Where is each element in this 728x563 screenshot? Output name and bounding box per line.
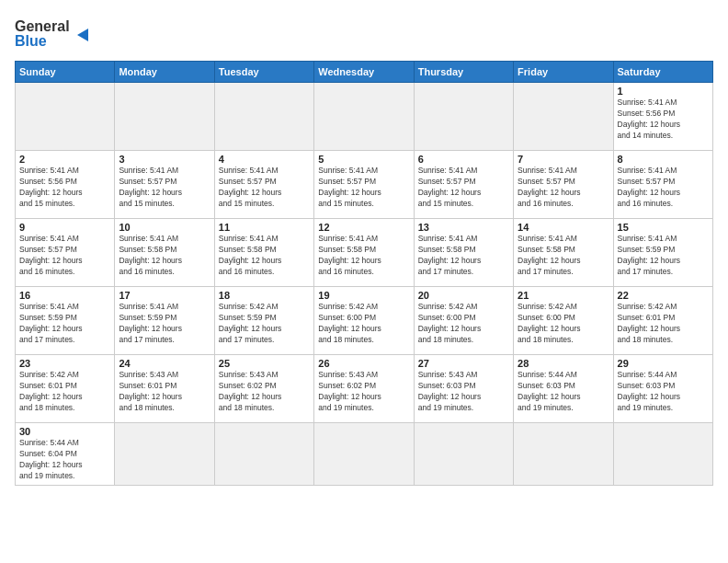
- day-number: 16: [19, 290, 110, 301]
- day-number: 3: [119, 154, 210, 165]
- day-number: 17: [119, 290, 210, 301]
- day-info: Sunrise: 5:41 AMSunset: 5:58 PMDaylight:…: [219, 234, 310, 278]
- calendar-cell: 28Sunrise: 5:44 AMSunset: 6:03 PMDayligh…: [514, 355, 613, 423]
- calendar-cell: 15Sunrise: 5:41 AMSunset: 5:59 PMDayligh…: [613, 219, 712, 287]
- day-info: Sunrise: 5:42 AMSunset: 6:01 PMDaylight:…: [19, 370, 110, 414]
- day-info: Sunrise: 5:41 AMSunset: 5:59 PMDaylight:…: [119, 302, 210, 346]
- header-sunday: Sunday: [16, 62, 115, 83]
- calendar-cell: 1Sunrise: 5:41 AMSunset: 5:56 PMDaylight…: [613, 83, 712, 151]
- calendar-cell: 5Sunrise: 5:41 AMSunset: 5:57 PMDaylight…: [314, 151, 414, 219]
- calendar-cell: 22Sunrise: 5:42 AMSunset: 6:01 PMDayligh…: [613, 287, 712, 355]
- day-number: 26: [318, 358, 409, 369]
- svg-text:Blue: Blue: [15, 33, 47, 49]
- day-number: 22: [618, 290, 709, 301]
- header-tuesday: Tuesday: [214, 62, 313, 83]
- day-info: Sunrise: 5:42 AMSunset: 6:00 PMDaylight:…: [518, 302, 609, 346]
- day-info: Sunrise: 5:41 AMSunset: 5:57 PMDaylight:…: [418, 166, 509, 210]
- day-number: 2: [19, 154, 110, 165]
- calendar-cell: [214, 83, 313, 151]
- page: General Blue Sunday Monday Tuesday Wedne…: [0, 0, 728, 563]
- calendar-cell: [314, 423, 414, 486]
- day-info: Sunrise: 5:41 AMSunset: 5:57 PMDaylight:…: [19, 234, 110, 278]
- day-number: 11: [219, 222, 310, 233]
- day-number: 14: [518, 222, 609, 233]
- calendar-row-1: 1Sunrise: 5:41 AMSunset: 5:56 PMDaylight…: [16, 83, 713, 151]
- calendar-cell: 17Sunrise: 5:41 AMSunset: 5:59 PMDayligh…: [115, 287, 214, 355]
- calendar-cell: 23Sunrise: 5:42 AMSunset: 6:01 PMDayligh…: [16, 355, 115, 423]
- day-number: 23: [19, 358, 110, 369]
- day-info: Sunrise: 5:41 AMSunset: 5:56 PMDaylight:…: [19, 166, 110, 210]
- day-info: Sunrise: 5:41 AMSunset: 5:57 PMDaylight:…: [618, 166, 709, 210]
- calendar-cell: 4Sunrise: 5:41 AMSunset: 5:57 PMDaylight…: [214, 151, 313, 219]
- calendar-cell: 16Sunrise: 5:41 AMSunset: 5:59 PMDayligh…: [16, 287, 115, 355]
- day-number: 6: [418, 154, 509, 165]
- calendar-cell: [414, 423, 513, 486]
- day-info: Sunrise: 5:41 AMSunset: 5:57 PMDaylight:…: [318, 166, 409, 210]
- day-info: Sunrise: 5:41 AMSunset: 5:57 PMDaylight:…: [518, 166, 609, 210]
- day-number: 8: [618, 154, 709, 165]
- day-number: 9: [19, 222, 110, 233]
- day-info: Sunrise: 5:42 AMSunset: 6:01 PMDaylight:…: [618, 302, 709, 346]
- day-info: Sunrise: 5:41 AMSunset: 5:58 PMDaylight:…: [418, 234, 509, 278]
- calendar-cell: 25Sunrise: 5:43 AMSunset: 6:02 PMDayligh…: [214, 355, 313, 423]
- day-number: 1: [618, 86, 709, 97]
- day-number: 18: [219, 290, 310, 301]
- calendar-cell: [115, 423, 214, 486]
- day-number: 27: [418, 358, 509, 369]
- day-number: 29: [618, 358, 709, 369]
- calendar-cell: [16, 83, 115, 151]
- day-number: 21: [518, 290, 609, 301]
- header: General Blue: [15, 15, 713, 53]
- calendar-cell: 30Sunrise: 5:44 AMSunset: 6:04 PMDayligh…: [16, 423, 115, 486]
- header-monday: Monday: [115, 62, 214, 83]
- calendar-cell: 29Sunrise: 5:44 AMSunset: 6:03 PMDayligh…: [613, 355, 712, 423]
- calendar-cell: 18Sunrise: 5:42 AMSunset: 5:59 PMDayligh…: [214, 287, 313, 355]
- day-info: Sunrise: 5:41 AMSunset: 5:57 PMDaylight:…: [219, 166, 310, 210]
- calendar-cell: 13Sunrise: 5:41 AMSunset: 5:58 PMDayligh…: [414, 219, 513, 287]
- calendar-cell: [115, 83, 214, 151]
- calendar-cell: 14Sunrise: 5:41 AMSunset: 5:58 PMDayligh…: [514, 219, 613, 287]
- calendar-cell: [414, 83, 513, 151]
- calendar-cell: 10Sunrise: 5:41 AMSunset: 5:58 PMDayligh…: [115, 219, 214, 287]
- day-number: 20: [418, 290, 509, 301]
- calendar-cell: 19Sunrise: 5:42 AMSunset: 6:00 PMDayligh…: [314, 287, 414, 355]
- calendar-cell: [314, 83, 414, 151]
- day-info: Sunrise: 5:42 AMSunset: 6:00 PMDaylight:…: [318, 302, 409, 346]
- day-number: 24: [119, 358, 210, 369]
- calendar-cell: 26Sunrise: 5:43 AMSunset: 6:02 PMDayligh…: [314, 355, 414, 423]
- day-number: 12: [318, 222, 409, 233]
- day-number: 30: [19, 426, 110, 437]
- day-info: Sunrise: 5:43 AMSunset: 6:03 PMDaylight:…: [418, 370, 509, 414]
- day-info: Sunrise: 5:43 AMSunset: 6:01 PMDaylight:…: [119, 370, 210, 414]
- weekday-header-row: Sunday Monday Tuesday Wednesday Thursday…: [16, 62, 713, 83]
- calendar-cell: 20Sunrise: 5:42 AMSunset: 6:00 PMDayligh…: [414, 287, 513, 355]
- header-thursday: Thursday: [414, 62, 513, 83]
- logo-icon: General Blue: [15, 15, 97, 53]
- day-number: 5: [318, 154, 409, 165]
- calendar-row-6: 30Sunrise: 5:44 AMSunset: 6:04 PMDayligh…: [16, 423, 713, 486]
- day-number: 25: [219, 358, 310, 369]
- day-number: 13: [418, 222, 509, 233]
- day-number: 7: [518, 154, 609, 165]
- day-info: Sunrise: 5:44 AMSunset: 6:03 PMDaylight:…: [518, 370, 609, 414]
- day-info: Sunrise: 5:42 AMSunset: 5:59 PMDaylight:…: [219, 302, 310, 346]
- calendar-row-4: 16Sunrise: 5:41 AMSunset: 5:59 PMDayligh…: [16, 287, 713, 355]
- svg-marker-2: [77, 29, 88, 41]
- calendar-cell: [214, 423, 313, 486]
- calendar-cell: 12Sunrise: 5:41 AMSunset: 5:58 PMDayligh…: [314, 219, 414, 287]
- calendar-cell: [514, 83, 613, 151]
- day-info: Sunrise: 5:43 AMSunset: 6:02 PMDaylight:…: [318, 370, 409, 414]
- day-info: Sunrise: 5:44 AMSunset: 6:04 PMDaylight:…: [19, 438, 110, 482]
- day-info: Sunrise: 5:41 AMSunset: 5:58 PMDaylight:…: [518, 234, 609, 278]
- calendar-cell: [613, 423, 712, 486]
- calendar-cell: 3Sunrise: 5:41 AMSunset: 5:57 PMDaylight…: [115, 151, 214, 219]
- svg-text:General: General: [15, 18, 70, 34]
- day-info: Sunrise: 5:41 AMSunset: 5:58 PMDaylight:…: [318, 234, 409, 278]
- header-wednesday: Wednesday: [314, 62, 414, 83]
- header-friday: Friday: [514, 62, 613, 83]
- day-info: Sunrise: 5:44 AMSunset: 6:03 PMDaylight:…: [618, 370, 709, 414]
- calendar-cell: 24Sunrise: 5:43 AMSunset: 6:01 PMDayligh…: [115, 355, 214, 423]
- day-info: Sunrise: 5:41 AMSunset: 5:58 PMDaylight:…: [119, 234, 210, 278]
- calendar-row-5: 23Sunrise: 5:42 AMSunset: 6:01 PMDayligh…: [16, 355, 713, 423]
- calendar-cell: [514, 423, 613, 486]
